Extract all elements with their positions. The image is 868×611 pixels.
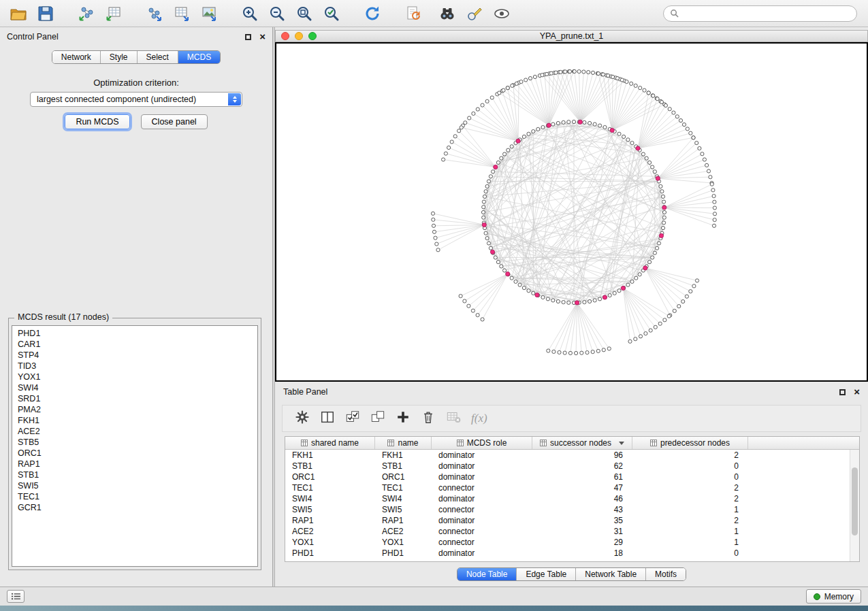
- table-row[interactable]: SWI5SWI5connector431: [285, 504, 859, 515]
- table-cell[interactable]: 0: [632, 461, 748, 472]
- table-row[interactable]: PHD1PHD1dominator180: [285, 548, 859, 559]
- table-row[interactable]: ORC1ORC1dominator610: [285, 472, 859, 482]
- table-cell[interactable]: connector: [432, 504, 532, 515]
- table-row[interactable]: YOX1YOX1connector291: [285, 537, 859, 548]
- mcds-list-item[interactable]: GCR1: [12, 502, 257, 513]
- table-cell[interactable]: 18: [532, 548, 632, 559]
- table-row[interactable]: ACE2ACE2connector311: [285, 526, 859, 537]
- table-cell[interactable]: connector: [432, 526, 532, 537]
- table-row[interactable]: FKH1FKH1dominator962: [285, 450, 859, 461]
- zoom-in-icon[interactable]: [238, 3, 261, 24]
- network-canvas[interactable]: [275, 42, 868, 382]
- table-cell[interactable]: YOX1: [285, 537, 375, 548]
- column-header-successor-nodes[interactable]: successor nodes: [532, 437, 632, 449]
- table-row[interactable]: RAP1RAP1dominator352: [285, 515, 859, 526]
- binoculars-icon[interactable]: [436, 3, 459, 24]
- network-window-titlebar[interactable]: YPA_prune.txt_1: [275, 30, 868, 42]
- table-cell[interactable]: PHD1: [285, 548, 375, 559]
- save-icon[interactable]: [34, 3, 57, 24]
- table-cell[interactable]: 62: [532, 461, 632, 472]
- table-cell[interactable]: 2: [632, 515, 748, 526]
- run-mcds-button[interactable]: Run MCDS: [65, 114, 129, 129]
- table-row[interactable]: STB1STB1dominator620: [285, 461, 859, 472]
- table-cell[interactable]: 46: [532, 493, 632, 504]
- zoom-selected-icon[interactable]: [320, 3, 343, 24]
- table-cell[interactable]: TEC1: [375, 482, 432, 493]
- table-cell[interactable]: 2: [632, 450, 748, 461]
- export-image-icon[interactable]: [197, 3, 221, 24]
- mcds-result-list[interactable]: PHD1CAR1STP4TID3YOX1SWI4SRD1PMA2FKH1ACE2…: [12, 325, 258, 567]
- close-icon[interactable]: ×: [259, 33, 266, 40]
- tab-select[interactable]: Select: [138, 51, 178, 63]
- optimization-criterion-select[interactable]: largest connected component (undirected): [30, 92, 242, 107]
- table-cell[interactable]: RAP1: [285, 515, 375, 526]
- eye-icon[interactable]: [490, 3, 513, 24]
- add-row-icon[interactable]: [396, 410, 411, 427]
- float-window-icon[interactable]: [245, 34, 251, 40]
- column-header-predecessor-nodes[interactable]: predecessor nodes: [632, 437, 748, 449]
- mcds-list-item[interactable]: SWI5: [12, 480, 257, 491]
- table-cell[interactable]: 96: [532, 450, 632, 461]
- mcds-list-item[interactable]: TID3: [12, 361, 257, 371]
- tab-node-table[interactable]: Node Table: [457, 568, 517, 580]
- table-row[interactable]: SWI4SWI4dominator462: [285, 493, 859, 504]
- column-layout-icon[interactable]: [320, 410, 335, 427]
- table-cell[interactable]: dominator: [432, 461, 532, 472]
- table-cell[interactable]: connector: [432, 482, 532, 493]
- table-cell[interactable]: STB1: [375, 461, 432, 472]
- table-cell[interactable]: 2: [632, 482, 748, 493]
- import-network-icon[interactable]: [75, 3, 98, 24]
- table-cell[interactable]: SWI5: [285, 504, 375, 515]
- table-cell[interactable]: 35: [532, 515, 632, 526]
- table-cell[interactable]: 1: [632, 537, 748, 548]
- mcds-list-item[interactable]: SRD1: [12, 393, 257, 404]
- mcds-list-item[interactable]: TEC1: [12, 491, 257, 502]
- table-cell[interactable]: ORC1: [375, 472, 432, 482]
- table-cell[interactable]: dominator: [432, 493, 532, 504]
- table-cell[interactable]: 29: [532, 537, 632, 548]
- panel-menu-button[interactable]: [7, 590, 25, 603]
- search-input[interactable]: [683, 9, 850, 18]
- tab-mcds[interactable]: MCDS: [178, 51, 220, 63]
- table-cell[interactable]: dominator: [432, 515, 532, 526]
- table-cell[interactable]: 31: [532, 526, 632, 537]
- table-cell[interactable]: 0: [632, 548, 748, 559]
- table-cell[interactable]: 1: [632, 504, 748, 515]
- delete-row-icon[interactable]: [421, 410, 436, 427]
- mcds-list-item[interactable]: ACE2: [12, 426, 257, 437]
- tab-motifs[interactable]: Motifs: [646, 568, 686, 580]
- table-cell[interactable]: SWI4: [285, 493, 375, 504]
- export-table-icon[interactable]: [170, 3, 193, 24]
- table-scrollbar[interactable]: [850, 450, 859, 561]
- table-cell[interactable]: 2: [632, 493, 748, 504]
- table-cell[interactable]: ACE2: [285, 526, 375, 537]
- table-cell[interactable]: SWI5: [375, 504, 432, 515]
- mcds-list-item[interactable]: PMA2: [12, 404, 257, 415]
- table-cell[interactable]: STB1: [285, 461, 375, 472]
- table-cell[interactable]: 61: [532, 472, 632, 482]
- close-panel-button[interactable]: Close panel: [141, 114, 208, 129]
- close-icon[interactable]: ×: [854, 389, 860, 395]
- open-folder-icon[interactable]: [7, 3, 30, 24]
- select-all-icon[interactable]: [345, 410, 360, 427]
- mcds-list-item[interactable]: RAP1: [12, 459, 257, 469]
- column-header-shared-name[interactable]: shared name: [285, 437, 375, 449]
- memory-button[interactable]: Memory: [806, 589, 861, 604]
- mcds-list-item[interactable]: STP4: [12, 350, 257, 361]
- table-cell[interactable]: YOX1: [375, 537, 432, 548]
- table-cell[interactable]: 43: [532, 504, 632, 515]
- mcds-list-item[interactable]: FKH1: [12, 415, 257, 426]
- table-cell[interactable]: dominator: [432, 548, 532, 559]
- float-window-icon[interactable]: [839, 389, 846, 395]
- mcds-list-item[interactable]: CAR1: [12, 339, 257, 350]
- zoom-traffic-icon[interactable]: [308, 32, 317, 40]
- refresh-icon[interactable]: [361, 3, 384, 24]
- minimize-traffic-icon[interactable]: [295, 32, 303, 40]
- share-document-icon[interactable]: [402, 3, 425, 24]
- tab-network[interactable]: Network: [52, 51, 101, 63]
- tab-network-table[interactable]: Network Table: [576, 568, 646, 580]
- zoom-fit-icon[interactable]: [293, 3, 316, 24]
- scrollbar-thumb[interactable]: [852, 467, 858, 535]
- table-cell[interactable]: dominator: [432, 472, 532, 482]
- table-settings-gear-icon[interactable]: [295, 410, 310, 427]
